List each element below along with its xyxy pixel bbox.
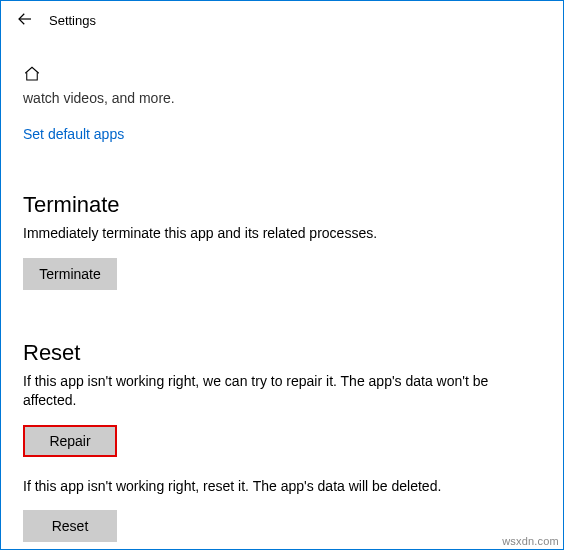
home-icon[interactable]: [23, 65, 41, 88]
watermark-text: wsxdn.com: [502, 535, 559, 547]
terminate-description: Immediately terminate this app and its r…: [23, 224, 523, 244]
repair-description: If this app isn't working right, we can …: [23, 372, 523, 411]
truncated-description-line: watch videos, and more.: [23, 90, 541, 106]
reset-button[interactable]: Reset: [23, 510, 117, 542]
terminate-heading: Terminate: [23, 192, 541, 218]
reset-heading: Reset: [23, 340, 541, 366]
content-area: watch videos, and more. Set default apps…: [1, 37, 563, 542]
header-title: Settings: [49, 13, 96, 28]
terminate-button[interactable]: Terminate: [23, 258, 117, 290]
repair-button[interactable]: Repair: [23, 425, 117, 457]
header-bar: Settings: [1, 1, 563, 37]
back-arrow-icon: [16, 10, 34, 31]
set-default-apps-link[interactable]: Set default apps: [23, 126, 124, 142]
back-button[interactable]: [11, 6, 39, 34]
reset-description: If this app isn't working right, reset i…: [23, 477, 523, 497]
